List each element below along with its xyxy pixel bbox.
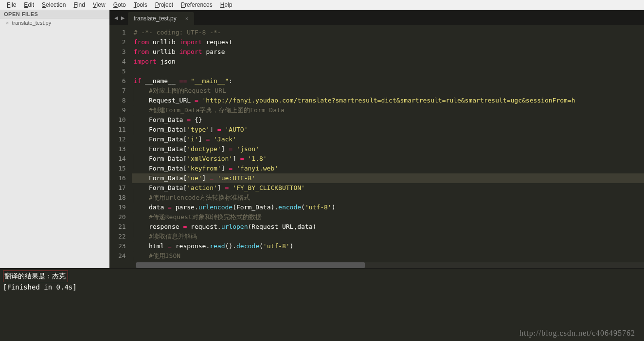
line-number: 15	[118, 164, 126, 173]
horizontal-scrollbar[interactable]	[136, 262, 644, 268]
tab-active[interactable]: translate_test.py ×	[128, 12, 195, 25]
menu-project[interactable]: Project	[151, 0, 177, 9]
menu-help[interactable]: Help	[216, 0, 236, 9]
code-line[interactable]: from urllib import parse	[132, 47, 644, 57]
line-number: 7	[118, 86, 126, 96]
menu-view[interactable]: View	[89, 0, 109, 9]
code-line[interactable]: Form_Data['xmlVersion'] = '1.8'	[132, 154, 644, 164]
line-number: 12	[118, 135, 126, 144]
line-number: 23	[118, 241, 126, 251]
menubar: FileEditSelectionFindViewGotoToolsProjec…	[0, 0, 644, 10]
line-number: 21	[118, 222, 126, 232]
code-line[interactable]: html = response.read().decode('utf-8')	[132, 241, 644, 251]
code-line[interactable]: #创建Form_Data字典，存储上图的Form Data	[132, 105, 644, 115]
menu-file[interactable]: File	[3, 0, 20, 9]
console-finished-line: [Finished in 0.4s]	[3, 282, 641, 292]
menu-preferences[interactable]: Preferences	[177, 0, 216, 9]
line-number: 17	[118, 183, 126, 193]
line-number: 11	[118, 125, 126, 135]
code-line[interactable]: Form_Data['action'] = 'FY_BY_CLICKBUTTON…	[132, 183, 644, 193]
line-number: 14	[118, 154, 126, 164]
line-number: 20	[118, 212, 126, 222]
gutter: 123456789101112131415161718192021222324	[109, 25, 132, 262]
code-line[interactable]: Form_Data = {}	[132, 115, 644, 125]
line-number: 6	[118, 76, 126, 86]
code-line[interactable]: Form_Data['type'] = 'AUTO'	[132, 125, 644, 135]
build-output: 翻译的结果是：杰克 [Finished in 0.4s] http://blog…	[0, 268, 644, 341]
code-line[interactable]	[132, 67, 644, 76]
nav-forward-icon[interactable]: ▶	[121, 14, 125, 21]
editor-panel: ◀ ▶ translate_test.py × 1234567891011121…	[109, 10, 644, 268]
tab-strip: ◀ ▶ translate_test.py ×	[109, 10, 644, 25]
line-number: 2	[118, 37, 126, 47]
code-line[interactable]: #使用urlencode方法转换标准格式	[132, 193, 644, 203]
tab-nav: ◀ ▶	[111, 10, 128, 25]
code-line[interactable]: from urllib import request	[132, 37, 644, 47]
line-number: 24	[118, 251, 126, 261]
code-line[interactable]: #使用JSON	[132, 251, 644, 261]
code-line[interactable]: # -*- coding: UTF-8 -*-	[132, 28, 644, 37]
close-icon[interactable]: ×	[185, 16, 188, 21]
code-area[interactable]: # -*- coding: UTF-8 -*-from urllib impor…	[132, 25, 644, 262]
main-area: OPEN FILES translate_test.py ◀ ▶ transla…	[0, 10, 644, 268]
line-number: 5	[118, 67, 126, 76]
line-number: 9	[118, 105, 126, 115]
line-number: 13	[118, 144, 126, 154]
code-line[interactable]: Form_Data['i'] = 'Jack'	[132, 135, 644, 144]
line-number: 10	[118, 115, 126, 125]
scrollbar-thumb[interactable]	[136, 262, 365, 268]
menu-tools[interactable]: Tools	[130, 0, 151, 9]
tab-label: translate_test.py	[134, 15, 177, 22]
code-line[interactable]: #对应上图的Request URL	[132, 86, 644, 96]
menu-edit[interactable]: Edit	[20, 0, 38, 9]
code-line[interactable]: import json	[132, 57, 644, 67]
code-line[interactable]: if __name__ == "__main__":	[132, 76, 644, 86]
code-line[interactable]: response = request.urlopen(Request_URL,d…	[132, 222, 644, 232]
watermark: http://blog.csdn.net/c406495762	[519, 328, 635, 338]
line-number: 4	[118, 57, 126, 67]
code-line[interactable]: data = parse.urlencode(Form_Data).encode…	[132, 203, 644, 212]
code-line[interactable]: Form_Data['ue'] = 'ue:UTF-8'	[132, 173, 644, 183]
code-editor[interactable]: 123456789101112131415161718192021222324 …	[109, 25, 644, 262]
code-line[interactable]: #传递Request对象和转换完格式的数据	[132, 212, 644, 222]
line-number: 18	[118, 193, 126, 203]
line-number: 8	[118, 96, 126, 105]
open-files-header: OPEN FILES	[0, 10, 109, 18]
menu-goto[interactable]: Goto	[109, 0, 130, 9]
line-number: 19	[118, 203, 126, 212]
code-line[interactable]: Request_URL = 'http://fanyi.youdao.com/t…	[132, 96, 644, 105]
sidebar: OPEN FILES translate_test.py	[0, 10, 109, 268]
line-number: 16	[118, 173, 126, 183]
menu-find[interactable]: Find	[70, 0, 89, 9]
line-number: 22	[118, 232, 126, 241]
nav-back-icon[interactable]: ◀	[114, 14, 118, 21]
code-line[interactable]: Form_Data['keyfrom'] = 'fanyi.web'	[132, 164, 644, 173]
line-number: 3	[118, 47, 126, 57]
code-line[interactable]: #读取信息并解码	[132, 232, 644, 241]
console-result-line: 翻译的结果是：杰克	[3, 271, 68, 282]
line-number: 1	[118, 28, 126, 37]
menu-selection[interactable]: Selection	[38, 0, 70, 9]
code-line[interactable]: Form_Data['doctype'] = 'json'	[132, 144, 644, 154]
open-file-item[interactable]: translate_test.py	[0, 18, 109, 27]
